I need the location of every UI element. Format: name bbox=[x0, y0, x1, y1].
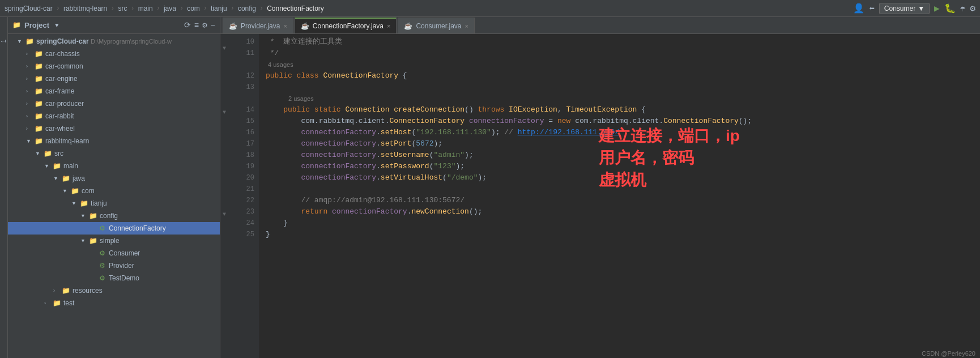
panel-dropdown-icon[interactable]: ▼ bbox=[55, 22, 59, 29]
tree-item-car-engine[interactable]: › 📁 car-engine bbox=[8, 73, 220, 85]
breadcrumb-src[interactable]: src bbox=[118, 5, 127, 12]
back-icon[interactable]: ⬅ bbox=[869, 3, 875, 14]
breadcrumb-java[interactable]: java bbox=[164, 5, 176, 12]
coverage-icon[interactable]: ☂ bbox=[960, 3, 966, 14]
folder-panel-icon: 📁 bbox=[12, 21, 21, 29]
tree-item-src[interactable]: ▼ 📁 src bbox=[8, 147, 220, 160]
tree-item-car-wheel[interactable]: › 📁 car-wheel bbox=[8, 122, 220, 135]
tree-item-com[interactable]: ▼ 📁 com bbox=[8, 185, 220, 197]
settings-icon[interactable]: ⚙ bbox=[970, 3, 975, 14]
line-num-11: 11 bbox=[232, 48, 254, 59]
editor-area: ☕ Provider.java × ☕ ConnectionFactory.ja… bbox=[220, 17, 980, 358]
code-line-11: */ bbox=[266, 48, 980, 59]
person-icon[interactable]: 👤 bbox=[853, 3, 864, 14]
line-num-24: 24 bbox=[232, 218, 254, 229]
consumer-label: Consumer bbox=[884, 5, 915, 12]
tree-item-provider[interactable]: ⚙ Provider bbox=[8, 259, 220, 272]
debug-button[interactable]: 🐛 bbox=[944, 3, 956, 14]
fold-arrow-24[interactable]: ▼ bbox=[223, 211, 226, 218]
folder-main-icon: 📁 bbox=[52, 162, 61, 170]
panel-header: 📁 Project ▼ ⟳ ≡ ⚙ − bbox=[8, 17, 220, 34]
tab-consumer-label: Consumer.java bbox=[416, 22, 461, 30]
minimize-panel-icon[interactable]: − bbox=[211, 21, 215, 30]
tree-item-testdemo[interactable]: ⚙ TestDemo bbox=[8, 272, 220, 284]
tree-item-springcloud-car[interactable]: ▼ 📁 springCloud-car D:\Myprogram\springC… bbox=[8, 35, 220, 48]
folder-com-icon: 📁 bbox=[70, 187, 79, 195]
code-line-10: * 建立连接的工具类 bbox=[266, 36, 980, 48]
code-area[interactable]: * 建立连接的工具类 */ 4 usages public class Conn… bbox=[259, 34, 980, 358]
breadcrumb-rabbitmq[interactable]: rabbitmq-learn bbox=[63, 5, 107, 12]
tree-item-test[interactable]: › 📁 test bbox=[8, 297, 220, 309]
folder-car-frame-icon: 📁 bbox=[34, 87, 43, 95]
tree-item-config[interactable]: ▼ 📁 config bbox=[8, 210, 220, 222]
tree-item-main[interactable]: ▼ 📁 main bbox=[8, 160, 220, 172]
java-connfactory-icon: ☕ bbox=[301, 22, 309, 30]
code-line-20: connectionFactory.setVirtualHost("/demo"… bbox=[266, 172, 980, 184]
tab-consumer[interactable]: ☕ Consumer.java × bbox=[398, 18, 474, 33]
file-tree: ▼ 📁 springCloud-car D:\Myprogram\springC… bbox=[8, 34, 220, 358]
tree-item-car-chassis[interactable]: › 📁 car-chassis bbox=[8, 48, 220, 60]
line-num-10: 10 bbox=[232, 36, 254, 48]
class-connectionfactory-icon: ⚙ bbox=[97, 224, 106, 232]
tree-item-car-frame[interactable]: › 📁 car-frame bbox=[8, 85, 220, 97]
line-num-14: 14 bbox=[232, 104, 254, 116]
breadcrumb-com[interactable]: com bbox=[187, 5, 200, 12]
tree-item-java[interactable]: ▼ 📁 java bbox=[8, 172, 220, 185]
folder-springcloud-icon: 📁 bbox=[25, 37, 34, 45]
code-line-16: connectionFactory.setHost("192.168.111.1… bbox=[266, 127, 980, 138]
collapse-icon[interactable]: ≡ bbox=[194, 21, 199, 30]
line-num-15: 15 bbox=[232, 116, 254, 127]
folder-java-icon: 📁 bbox=[61, 174, 70, 182]
folder-car-engine-icon: 📁 bbox=[34, 75, 43, 83]
breadcrumb-main[interactable]: main bbox=[138, 5, 153, 12]
line-numbers: 10 11 12 13 14 15 16 17 18 19 20 21 22 2… bbox=[232, 34, 259, 358]
line-num-13: 13 bbox=[232, 82, 254, 93]
dropdown-arrow-icon: ▼ bbox=[918, 5, 924, 12]
line-num-23: 23 bbox=[232, 206, 254, 218]
tab-provider-label: Provider.java bbox=[241, 22, 280, 30]
tab-provider-close[interactable]: × bbox=[283, 23, 287, 29]
folder-src-icon: 📁 bbox=[43, 150, 52, 157]
sidebar-strip-label: 1 bbox=[1, 40, 7, 43]
tree-item-car-common[interactable]: › 📁 car-common bbox=[8, 60, 220, 73]
java-provider-icon: ☕ bbox=[229, 22, 237, 30]
editor-content: ▼ ▼ ▼ 10 11 12 13 14 15 16 17 18 19 20 2… bbox=[220, 34, 980, 358]
tab-provider[interactable]: ☕ Provider.java × bbox=[223, 18, 293, 33]
breadcrumb-connectionfactory[interactable]: ConnectionFactory bbox=[267, 5, 324, 12]
fold-arrow-11[interactable]: ▼ bbox=[223, 45, 226, 52]
code-line-13 bbox=[266, 82, 980, 93]
tree-item-tianju[interactable]: ▼ 📁 tianju bbox=[8, 197, 220, 210]
tab-bar: ☕ Provider.java × ☕ ConnectionFactory.ja… bbox=[220, 17, 980, 34]
tree-item-connectionfactory[interactable]: ⚙ ConnectionFactory bbox=[8, 222, 220, 235]
breadcrumb-springcloud[interactable]: springCloud-car bbox=[5, 5, 53, 12]
code-line-21 bbox=[266, 184, 980, 195]
tab-connectionfactory[interactable]: ☕ ConnectionFactory.java × bbox=[295, 18, 397, 33]
sync-icon[interactable]: ⟳ bbox=[184, 20, 191, 30]
code-line-12: public class ConnectionFactory { bbox=[266, 70, 980, 82]
code-line-23: return connectionFactory.newConnection()… bbox=[266, 206, 980, 218]
code-line-18: connectionFactory.setUsername("admin"); bbox=[266, 150, 980, 161]
breadcrumb-config[interactable]: config bbox=[238, 5, 256, 12]
tree-item-consumer[interactable]: ⚙ Consumer bbox=[8, 247, 220, 259]
folder-car-producer-icon: 📁 bbox=[34, 100, 43, 108]
tab-consumer-close[interactable]: × bbox=[465, 23, 468, 29]
fold-arrow-14[interactable]: ▼ bbox=[223, 109, 226, 116]
settings-panel-icon[interactable]: ⚙ bbox=[202, 20, 207, 30]
line-num-12: 12 bbox=[232, 70, 254, 82]
tree-item-car-producer[interactable]: › 📁 car-producer bbox=[8, 97, 220, 110]
tree-item-simple[interactable]: ▼ 📁 simple bbox=[8, 235, 220, 247]
tab-connectionfactory-label: ConnectionFactory.java bbox=[313, 22, 384, 30]
panel-icons: ⟳ ≡ ⚙ − bbox=[184, 20, 215, 30]
tree-item-resources[interactable]: › 📁 resources bbox=[8, 284, 220, 297]
run-button[interactable]: ▶ bbox=[934, 3, 940, 14]
folder-resources-icon: 📁 bbox=[61, 287, 70, 295]
main-layout: 1 📁 Project ▼ ⟳ ≡ ⚙ − ▼ 📁 springCloud-ca… bbox=[0, 17, 980, 358]
tab-connectionfactory-close[interactable]: × bbox=[387, 23, 390, 29]
consumer-dropdown[interactable]: Consumer ▼ bbox=[879, 3, 930, 14]
tree-item-car-rabbit[interactable]: › 📁 car-rabbit bbox=[8, 110, 220, 122]
folder-car-common-icon: 📁 bbox=[34, 62, 43, 70]
tree-item-rabbitmq-learn[interactable]: ▼ 📁 rabbitmq-learn bbox=[8, 135, 220, 147]
breadcrumb-tianju[interactable]: tianju bbox=[211, 5, 227, 12]
panel-title: Project bbox=[24, 21, 49, 29]
line-num-25: 25 bbox=[232, 229, 254, 240]
